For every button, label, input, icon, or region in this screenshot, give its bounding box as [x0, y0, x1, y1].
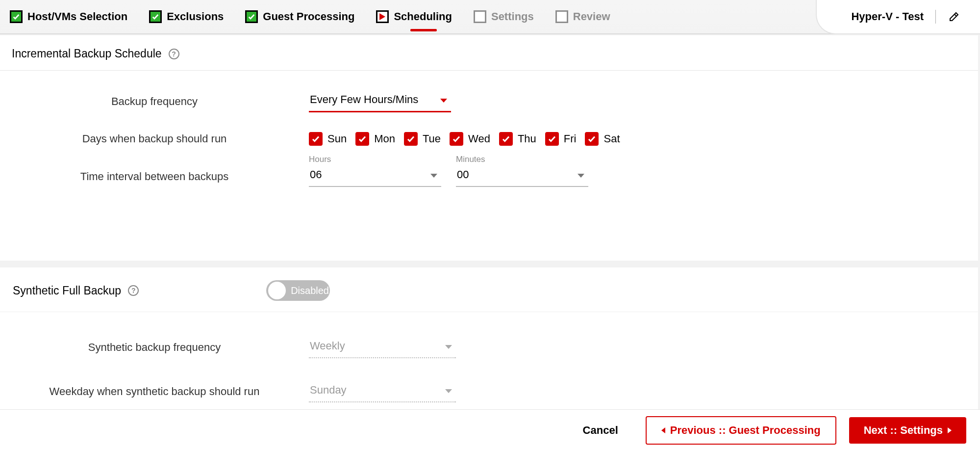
days-checkbox-group: Sun Mon Tue Wed Thu Fri Sat — [309, 132, 620, 146]
day-sun[interactable]: Sun — [309, 132, 347, 146]
step-scheduling[interactable]: Scheduling — [376, 10, 452, 23]
hours-select[interactable]: 06 — [309, 165, 441, 187]
panel-title: Incremental Backup Schedule — [12, 47, 162, 60]
label-minutes-mini: Minutes — [456, 155, 588, 164]
select-value: Every Few Hours/Mins — [309, 90, 451, 111]
day-mon[interactable]: Mon — [355, 132, 395, 146]
synthetic-frequency-select: Weekly — [309, 337, 456, 358]
wizard-header: Host/VMs Selection Exclusions Guest Proc… — [0, 0, 980, 34]
step-exclusions[interactable]: Exclusions — [149, 10, 224, 23]
step-label: Exclusions — [167, 10, 224, 23]
day-sat[interactable]: Sat — [585, 132, 620, 146]
select-value: Weekly — [309, 337, 456, 357]
minutes-select[interactable]: 00 — [456, 165, 588, 187]
backup-frequency-select[interactable]: Every Few Hours/Mins — [309, 90, 451, 112]
chevron-down-icon — [445, 345, 452, 349]
chevron-down-icon — [430, 174, 437, 178]
next-button[interactable]: Next :: Settings — [849, 417, 966, 444]
step-review[interactable]: Review — [555, 10, 610, 23]
job-name-tab: Hyper-V - Test — [816, 0, 980, 34]
divider — [935, 10, 936, 24]
toggle-knob — [268, 282, 286, 299]
label-backup-frequency: Backup frequency — [0, 95, 309, 108]
step-host-vms[interactable]: Host/VMs Selection — [10, 10, 127, 23]
label-time-interval: Time interval between backups — [0, 170, 309, 183]
toggle-label: Disabled — [291, 285, 329, 296]
step-guest-processing[interactable]: Guest Processing — [245, 10, 354, 23]
step-settings[interactable]: Settings — [474, 10, 534, 23]
step-label: Guest Processing — [263, 10, 354, 23]
label-hours-mini: Hours — [309, 155, 441, 164]
chevron-down-icon — [578, 174, 584, 178]
content-scroll[interactable]: Incremental Backup Schedule ? Backup fre… — [0, 35, 980, 409]
select-value: 06 — [309, 165, 441, 186]
label-synthetic-weekday: Weekday when synthetic backup should run — [0, 385, 309, 398]
step-label: Review — [573, 10, 610, 23]
synthetic-panel: Synthetic Full Backup ? Disabled Synthet… — [0, 267, 978, 409]
chevron-down-icon — [445, 389, 452, 393]
arrow-left-icon — [661, 427, 665, 433]
chevron-down-icon — [440, 99, 447, 103]
step-label: Host/VMs Selection — [27, 10, 127, 23]
select-value: Sunday — [309, 381, 456, 401]
job-name: Hyper-V - Test — [851, 10, 924, 23]
play-icon — [379, 13, 385, 20]
step-label: Settings — [491, 10, 534, 23]
synthetic-toggle[interactable]: Disabled — [266, 280, 330, 301]
incremental-panel: Incremental Backup Schedule ? Backup fre… — [0, 35, 978, 261]
day-fri[interactable]: Fri — [545, 132, 577, 146]
label-backup-days: Days when backup should run — [0, 133, 309, 145]
incremental-header: Incremental Backup Schedule ? — [0, 35, 978, 71]
select-value: 00 — [456, 165, 588, 186]
cancel-button[interactable]: Cancel — [568, 417, 633, 444]
arrow-right-icon — [948, 427, 952, 433]
day-tue[interactable]: Tue — [404, 132, 441, 146]
synthetic-header: Synthetic Full Backup ? Disabled — [0, 267, 978, 312]
day-thu[interactable]: Thu — [499, 132, 536, 146]
help-icon[interactable]: ? — [128, 285, 139, 296]
step-label: Scheduling — [394, 10, 452, 23]
help-icon[interactable]: ? — [169, 49, 179, 59]
panel-title: Synthetic Full Backup — [13, 284, 121, 297]
wizard-footer: Cancel Previous :: Guest Processing Next… — [0, 409, 980, 451]
day-wed[interactable]: Wed — [450, 132, 490, 146]
edit-icon[interactable] — [948, 10, 960, 23]
label-synthetic-frequency: Synthetic backup frequency — [0, 341, 309, 354]
previous-button[interactable]: Previous :: Guest Processing — [646, 416, 836, 445]
wizard-steps: Host/VMs Selection Exclusions Guest Proc… — [10, 10, 610, 23]
synthetic-weekday-select: Sunday — [309, 381, 456, 402]
